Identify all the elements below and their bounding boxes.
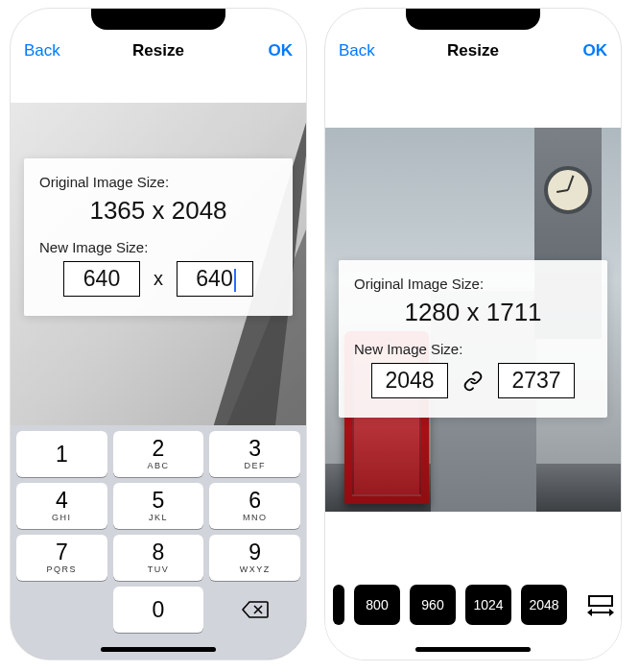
keypad-key-0[interactable]: 0 bbox=[113, 587, 204, 633]
new-size-row: 640 x 640 bbox=[39, 261, 277, 297]
original-size-value: 1365 x 2048 bbox=[39, 196, 277, 226]
width-input[interactable]: 2048 bbox=[371, 363, 448, 398]
keypad-key-1[interactable]: 1 bbox=[16, 431, 107, 477]
aspect-ratio-icon[interactable] bbox=[588, 595, 613, 615]
keypad-key-9[interactable]: 9WXYZ bbox=[209, 535, 300, 581]
device-notch bbox=[406, 9, 540, 30]
keypad-key-4[interactable]: 4GHI bbox=[16, 483, 107, 529]
home-indicator[interactable] bbox=[101, 647, 216, 652]
phone-left: Back Resize OK Original Image Size: 1365… bbox=[10, 8, 307, 660]
keypad-key-3[interactable]: 3DEF bbox=[209, 431, 300, 477]
backspace-icon bbox=[242, 600, 269, 619]
content-area: Original Image Size: 1365 x 2048 New Ima… bbox=[11, 68, 306, 660]
new-size-row: 2048 2737 bbox=[354, 363, 592, 398]
content-area: Original Image Size: 1280 x 1711 New Ima… bbox=[325, 68, 621, 660]
dimension-separator: x bbox=[154, 268, 163, 290]
keypad-key-8[interactable]: 8TUV bbox=[113, 535, 204, 581]
backspace-key[interactable] bbox=[209, 587, 300, 633]
link-aspect-icon[interactable] bbox=[462, 370, 485, 393]
text-caret bbox=[234, 269, 236, 292]
height-input[interactable]: 640 bbox=[177, 261, 253, 297]
keypad-key-5[interactable]: 5JKL bbox=[113, 483, 204, 529]
size-card: Original Image Size: 1280 x 1711 New Ima… bbox=[339, 260, 607, 418]
height-input[interactable]: 2737 bbox=[498, 363, 575, 398]
ok-button[interactable]: OK bbox=[583, 41, 608, 60]
keypad-key-7[interactable]: 7PQRS bbox=[16, 535, 107, 581]
keypad-blank bbox=[16, 587, 107, 633]
preset-2048[interactable]: 2048 bbox=[521, 585, 567, 625]
phone-right: Back Resize OK Original Image Size: 1280… bbox=[324, 8, 622, 660]
size-card: Original Image Size: 1365 x 2048 New Ima… bbox=[24, 158, 293, 316]
preset-partial[interactable] bbox=[333, 585, 344, 625]
preset-1024[interactable]: 1024 bbox=[465, 585, 511, 625]
device-notch bbox=[91, 9, 225, 30]
width-input[interactable]: 640 bbox=[63, 261, 140, 297]
keypad-key-6[interactable]: 6MNO bbox=[209, 483, 300, 529]
new-size-label: New Image Size: bbox=[354, 341, 592, 357]
preset-960[interactable]: 960 bbox=[410, 585, 456, 625]
ok-button[interactable]: OK bbox=[269, 41, 294, 60]
preset-800[interactable]: 800 bbox=[354, 585, 400, 625]
home-indicator[interactable] bbox=[415, 647, 531, 652]
keypad-key-2[interactable]: 2ABC bbox=[113, 431, 204, 477]
original-size-label: Original Image Size: bbox=[354, 276, 592, 292]
back-button[interactable]: Back bbox=[339, 41, 375, 60]
numeric-keypad: 12ABC3DEF4GHI5JKL6MNO7PQRS8TUV9WXYZ0 bbox=[11, 425, 306, 660]
original-size-value: 1280 x 1711 bbox=[354, 298, 592, 327]
new-size-label: New Image Size: bbox=[39, 239, 277, 255]
original-size-label: Original Image Size: bbox=[39, 174, 277, 190]
back-button[interactable]: Back bbox=[24, 41, 60, 60]
